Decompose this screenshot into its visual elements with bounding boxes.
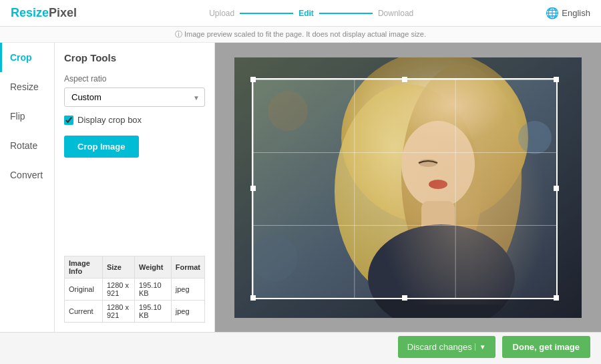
left-nav: Crop Resize Flip Rotate Convert — [0, 43, 55, 332]
discard-label: Discard changes — [407, 342, 472, 352]
row-current-weight: 195.10 KB — [134, 301, 171, 323]
crop-handle-top-left[interactable] — [250, 77, 256, 82]
row-original-format: jpeg — [171, 279, 204, 301]
header: ResizePixel Upload Edit Download 🌐 Engli… — [0, 0, 601, 27]
nav-item-resize[interactable]: Resize — [0, 72, 54, 102]
language-selector[interactable]: 🌐 English — [546, 7, 590, 19]
main-layout: Crop Resize Flip Rotate Convert Crop Too… — [0, 43, 601, 332]
col-image-info: Image Info — [65, 256, 103, 279]
col-size: Size — [102, 256, 134, 279]
crop-image-button[interactable]: Crop Image — [64, 136, 139, 158]
aspect-ratio-wrapper: Custom 1:1 (Square) 4:3 16:9 3:2 2:3 ▼ — [64, 87, 205, 107]
nav-item-flip[interactable]: Flip — [0, 102, 54, 131]
discard-dropdown-arrow-icon[interactable]: ▼ — [475, 343, 486, 351]
crop-handle-top-middle[interactable] — [402, 77, 407, 82]
globe-icon: 🌐 — [546, 7, 559, 19]
crop-handle-right-middle[interactable] — [554, 186, 559, 191]
bottom-bar: Discard changes ▼ Done, get image — [0, 332, 601, 361]
progress-bar: Upload Edit Download — [209, 9, 413, 18]
row-original-size: 1280 x 921 — [102, 279, 134, 301]
image-info-section: Image Info Size Weight Format Original 1… — [64, 250, 205, 323]
logo-resize: Resize — [11, 6, 49, 19]
aspect-ratio-label: Aspect ratio — [64, 74, 205, 83]
table-row: Original 1280 x 921 195.10 KB jpeg — [65, 279, 205, 301]
nav-item-crop[interactable]: Crop — [0, 43, 54, 72]
tools-title: Crop Tools — [64, 52, 205, 63]
col-format: Format — [171, 256, 204, 279]
done-get-image-button[interactable]: Done, get image — [502, 336, 590, 358]
display-crop-box-checkbox[interactable] — [64, 116, 73, 125]
nav-item-convert[interactable]: Convert — [0, 160, 54, 190]
logo-pixel: Pixel — [49, 6, 77, 19]
nav-item-rotate[interactable]: Rotate — [0, 131, 54, 160]
step-upload: Upload — [209, 9, 234, 18]
crop-handle-bottom-middle[interactable] — [402, 295, 407, 301]
row-original-weight: 195.10 KB — [134, 279, 171, 301]
progress-line-1 — [240, 13, 293, 14]
notice-text: ⓘ Image preview scaled to fit the page. … — [175, 30, 426, 38]
preview-area — [215, 43, 601, 332]
crop-handle-left-middle[interactable] — [250, 186, 256, 191]
table-row: Current 1280 x 921 195.10 KB jpeg — [65, 301, 205, 323]
row-current-label: Current — [65, 301, 103, 323]
logo[interactable]: ResizePixel — [11, 6, 77, 20]
crop-handle-bottom-right[interactable] — [554, 295, 559, 301]
step-edit: Edit — [298, 9, 314, 18]
progress-line-2 — [319, 13, 373, 14]
tools-panel: Crop Tools Aspect ratio Custom 1:1 (Squa… — [55, 43, 215, 332]
display-crop-box-row: Display crop box — [64, 115, 205, 125]
display-crop-box-label: Display crop box — [77, 115, 142, 125]
image-container — [234, 57, 582, 318]
discard-changes-button[interactable]: Discard changes ▼ — [398, 336, 495, 358]
crop-handle-top-right[interactable] — [554, 77, 559, 82]
row-current-format: jpeg — [171, 301, 204, 323]
crop-overlay[interactable] — [252, 78, 558, 300]
row-current-size: 1280 x 921 — [102, 301, 134, 323]
crop-handle-bottom-left[interactable] — [250, 295, 256, 301]
col-weight: Weight — [134, 256, 171, 279]
step-download: Download — [378, 9, 413, 18]
crop-grid — [253, 79, 556, 299]
language-label: English — [562, 8, 590, 18]
row-original-label: Original — [65, 279, 103, 301]
aspect-ratio-select[interactable]: Custom 1:1 (Square) 4:3 16:9 3:2 2:3 — [64, 87, 205, 107]
image-info-table: Image Info Size Weight Format Original 1… — [64, 256, 205, 323]
notice-bar: ⓘ Image preview scaled to fit the page. … — [0, 27, 601, 43]
